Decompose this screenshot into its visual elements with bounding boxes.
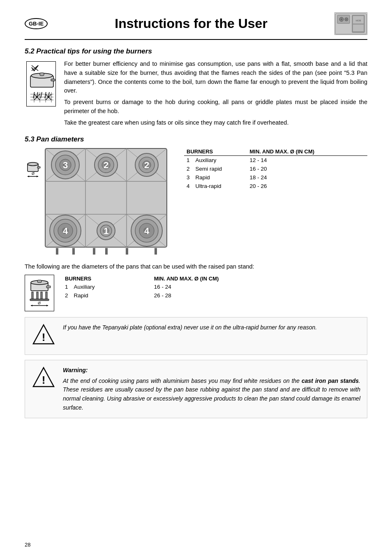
raised-stand-table: BURNERS MIN. AND MAX. Ø (IN CM) 1 Auxili… [62, 275, 367, 300]
svg-rect-34 [37, 167, 40, 168]
svg-text:!: ! [42, 374, 46, 386]
section-53-heading: 5.3 Pan diameters [25, 135, 367, 144]
hob-top-view: 3 2 2 [44, 148, 168, 258]
burners-col-header: BURNERS [184, 148, 247, 156]
burner-row: 2 Semi rapid 16 - 20 [184, 164, 367, 173]
burner-row: 4 Ultra-rapid 20 - 26 [184, 182, 367, 190]
raised-burner-range: 26 - 28 [152, 291, 367, 300]
svg-text:4: 4 [144, 226, 150, 236]
svg-marker-37 [37, 176, 38, 177]
svg-marker-102 [31, 305, 32, 306]
svg-rect-99 [46, 292, 47, 299]
raised-burner-range: 16 - 24 [152, 283, 367, 291]
svg-rect-94 [46, 286, 51, 288]
svg-text:1: 1 [104, 226, 108, 236]
burner-number: 2 [184, 164, 193, 173]
cast-iron-bold: cast iron pan stands [302, 378, 359, 384]
svg-rect-86 [56, 248, 58, 255]
svg-rect-100 [30, 299, 49, 301]
burner-name: Ultra-rapid [193, 182, 247, 190]
burner-range: 12 - 14 [247, 156, 367, 165]
country-logo: GB-IE [25, 18, 48, 29]
svg-rect-98 [41, 292, 42, 299]
section-52-para-1: For better burner efficiency and to mini… [64, 60, 367, 95]
page-header: GB-IE Instructions for the User HOB [25, 12, 367, 40]
warning-2-label: Warning: [63, 366, 360, 375]
svg-text:HOB: HOB [355, 19, 361, 22]
burner-number: 3 [184, 173, 193, 182]
burners-dimensions-table: BURNERS MIN. AND MAX. Ø (IN CM) 1 Auxili… [176, 148, 367, 190]
hob-diagram-wrap: Ø [25, 148, 168, 258]
raised-burner-number: 2 [62, 291, 71, 300]
warning-2-body: At the end of cooking using pans with al… [63, 377, 360, 412]
raised-burner-name: Auxiliary [71, 283, 152, 291]
page-number: 28 [25, 542, 30, 548]
burner-name: Rapid [193, 173, 247, 182]
burner-range: 18 - 24 [247, 173, 367, 182]
section-52-para-2: To prevent burns or damage to the hob du… [64, 98, 367, 116]
svg-point-3 [341, 19, 342, 20]
raised-burner-number: 1 [62, 283, 71, 291]
warning-1-text: If you have the Tepanyaki plate (optiona… [63, 323, 317, 332]
svg-marker-103 [46, 305, 48, 306]
burner-number: 4 [184, 182, 193, 190]
section-52-content: For better burner efficiency and to mini… [25, 60, 367, 130]
raised-stand-content: Ø BURNERS MIN. AND MAX. Ø (IN CM) 1 Auxi… [25, 275, 367, 311]
warning-icon-2: ! [32, 366, 56, 392]
svg-text:4: 4 [63, 226, 68, 236]
warning-box-1: ! If you have the Tepanyaki plate (optio… [25, 317, 367, 355]
svg-rect-95 [37, 280, 42, 283]
burner-range: 16 - 20 [247, 164, 367, 173]
svg-rect-8 [353, 25, 364, 31]
section-53-content: Ø [25, 148, 367, 258]
section-52-para-3: Take the greatest care when using fats o… [64, 118, 367, 127]
svg-rect-88 [93, 248, 95, 255]
svg-text:Ø: Ø [38, 301, 41, 305]
section-53: 5.3 Pan diameters Ø [25, 135, 367, 258]
raised-pan-stand-icon: Ø [25, 275, 54, 311]
warning-icon-1: ! [32, 323, 56, 349]
svg-rect-13 [40, 73, 44, 76]
raised-burners-header: BURNERS [62, 275, 152, 283]
svg-text:2: 2 [104, 160, 108, 170]
burner-number: 1 [184, 156, 193, 165]
raised-stand-intro: The following are the diameters of the p… [25, 262, 367, 271]
svg-text:Ø: Ø [32, 171, 35, 176]
svg-point-5 [346, 19, 347, 20]
svg-rect-90 [126, 248, 128, 255]
section-52-text: For better burner efficiency and to mini… [64, 60, 367, 130]
burner-tips-icon [25, 60, 58, 130]
raised-dimensions-header: MIN. AND MAX. Ø (IN CM) [152, 275, 367, 283]
raised-burner-row: 1 Auxiliary 16 - 24 [62, 283, 367, 291]
svg-text:2: 2 [144, 160, 149, 170]
burner-name: Auxiliary [193, 156, 247, 165]
burner-range: 20 - 26 [247, 182, 367, 190]
raised-burner-row: 2 Rapid 26 - 28 [62, 291, 367, 300]
svg-line-16 [41, 92, 42, 98]
svg-rect-11 [51, 79, 55, 81]
raised-stand-section: The following are the diameters of the p… [25, 262, 367, 311]
svg-marker-36 [28, 176, 29, 177]
svg-rect-97 [37, 292, 38, 299]
svg-text:3: 3 [63, 160, 68, 170]
svg-rect-87 [72, 248, 75, 255]
svg-rect-96 [32, 292, 33, 299]
pan-diameter-icon: Ø [25, 148, 41, 185]
svg-rect-89 [105, 248, 108, 255]
warning-box-2: ! Warning: At the end of cooking using p… [25, 360, 367, 418]
svg-point-33 [28, 162, 38, 166]
section-52-heading: 5.2 Practical tips for using the burners [25, 47, 367, 56]
warning-2-text: Warning: At the end of cooking using pan… [63, 366, 360, 412]
page-title: Instructions for the User [48, 16, 334, 31]
burner-name: Semi rapid [193, 164, 247, 173]
svg-rect-91 [154, 248, 157, 255]
burner-row: 3 Rapid 18 - 24 [184, 173, 367, 182]
section-52: 5.2 Practical tips for using the burners [25, 47, 367, 130]
dimensions-col-header: MIN. AND MAX. Ø (IN CM) [247, 148, 367, 156]
appliance-image: HOB [334, 12, 367, 35]
burner-row: 1 Auxiliary 12 - 14 [184, 156, 367, 165]
page: GB-IE Instructions for the User HOB 5.2 … [0, 0, 392, 556]
svg-text:!: ! [42, 331, 46, 343]
raised-burner-name: Rapid [71, 291, 152, 300]
